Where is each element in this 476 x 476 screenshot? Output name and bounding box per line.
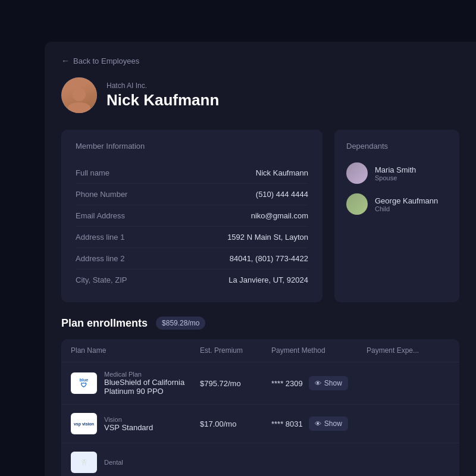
blueshield-plan-type: Medical Plan bbox=[104, 371, 200, 378]
value-fullname: Nick Kaufmann bbox=[256, 168, 308, 177]
table-header: Plan Name Est. Premium Payment Method Pa… bbox=[61, 339, 459, 362]
info-row-email: Email Address niko@gmail.com bbox=[76, 205, 308, 227]
employee-info: Hatch AI Inc. Nick Kaufmann bbox=[107, 82, 219, 109]
plan-enrollments-header: Plan enrollments $859.28/mo bbox=[61, 317, 459, 330]
value-address1: 1592 N Main St, Layton bbox=[227, 233, 308, 242]
label-city: City, State, ZIP bbox=[76, 275, 127, 284]
th-plan-name: Plan Name bbox=[71, 346, 200, 355]
blueshield-show-label: Show bbox=[324, 379, 342, 387]
blueshield-payment: **** 2309 👁 Show bbox=[271, 376, 367, 390]
main-panel: ← Back to Employees Hatch AI Inc. Nick K… bbox=[45, 42, 476, 476]
value-phone: (510) 444 4444 bbox=[256, 190, 308, 199]
plan-table: Plan Name Est. Premium Payment Method Pa… bbox=[61, 339, 459, 476]
dependant-maria: Maria Smith Spouse bbox=[346, 162, 447, 184]
plan-enrollments-title: Plan enrollments bbox=[61, 317, 148, 330]
vsp-premium: $17.00/mo bbox=[200, 419, 271, 428]
dependants-title: Dependants bbox=[346, 142, 447, 151]
value-email: niko@gmail.com bbox=[251, 211, 308, 220]
label-fullname: Full name bbox=[76, 168, 109, 177]
dental-plan-type: Dental bbox=[104, 459, 123, 466]
dep-name-maria: Maria Smith bbox=[375, 165, 416, 174]
app-container: ← Back to Employees Hatch AI Inc. Nick K… bbox=[0, 0, 476, 476]
vsp-payment: **** 8031 👁 Show bbox=[271, 416, 367, 431]
vsp-card-number: **** 8031 bbox=[271, 419, 303, 428]
plan-name-cell-dental: 🦷 Dental bbox=[71, 452, 200, 473]
employee-header: Hatch AI Inc. Nick Kaufmann bbox=[61, 77, 459, 113]
bs-logo-text: blue bbox=[80, 378, 88, 382]
eye-icon: 👁 bbox=[315, 380, 321, 387]
table-row-vsp: vsp vision Vision VSP Standard $17.00/mo… bbox=[61, 405, 459, 443]
dep-info-george: George Kaufmann Child bbox=[375, 196, 438, 212]
member-info-title: Member Information bbox=[76, 142, 308, 151]
bs-shield-icon: 🛡 bbox=[81, 382, 87, 389]
back-label: Back to Employees bbox=[73, 57, 139, 65]
dental-logo-text: 🦷 bbox=[80, 459, 87, 466]
back-arrow-icon: ← bbox=[61, 56, 70, 65]
vsp-plan-name: VSP Standard bbox=[104, 423, 153, 432]
plan-name-cell-blueshield: blue 🛡 Medical Plan BlueShield of Califo… bbox=[71, 371, 200, 396]
vsp-logo-text: vsp vision bbox=[74, 422, 94, 426]
blueshield-premium: $795.72/mo bbox=[200, 379, 271, 388]
info-row-phone: Phone Number (510) 444 4444 bbox=[76, 184, 308, 205]
vsp-show-button[interactable]: 👁 Show bbox=[309, 416, 348, 431]
info-row-address1: Address line 1 1592 N Main St, Layton bbox=[76, 227, 308, 248]
label-address1: Address line 1 bbox=[76, 233, 124, 242]
employee-avatar bbox=[61, 77, 97, 113]
plan-monthly-total: $859.28/mo bbox=[156, 317, 205, 330]
th-payment-method: Payment Method bbox=[271, 346, 367, 355]
info-row-address2: Address line 2 84041, (801) 773-4422 bbox=[76, 248, 308, 270]
dep-relation-george: Child bbox=[375, 205, 438, 212]
member-info-card: Member Information Full name Nick Kaufma… bbox=[61, 130, 322, 302]
info-row-fullname: Full name Nick Kaufmann bbox=[76, 162, 308, 184]
blueshield-logo: blue 🛡 bbox=[71, 372, 97, 394]
company-name: Hatch AI Inc. bbox=[107, 82, 219, 90]
dep-avatar-maria bbox=[346, 162, 368, 184]
vsp-show-label: Show bbox=[324, 419, 342, 428]
plan-enrollments-section: Plan enrollments $859.28/mo Plan Name Es… bbox=[61, 317, 459, 476]
dependant-george: George Kaufmann Child bbox=[346, 193, 447, 215]
th-premium: Est. Premium bbox=[200, 346, 271, 355]
dental-plan-info: Dental bbox=[104, 459, 123, 466]
employee-name: Nick Kaufmann bbox=[107, 91, 219, 109]
dental-logo: 🦷 bbox=[71, 452, 97, 473]
table-row-dental: 🦷 Dental bbox=[61, 443, 459, 476]
content-row: Member Information Full name Nick Kaufma… bbox=[61, 130, 459, 302]
dep-relation-maria: Spouse bbox=[375, 174, 416, 181]
vsp-plan-type: Vision bbox=[104, 416, 153, 423]
label-email: Email Address bbox=[76, 211, 125, 220]
vsp-logo: vsp vision bbox=[71, 413, 97, 434]
vsp-plan-info: Vision VSP Standard bbox=[104, 416, 153, 432]
dep-info-maria: Maria Smith Spouse bbox=[375, 165, 416, 181]
value-city: La Janviere, UT, 92024 bbox=[228, 275, 308, 284]
blueshield-plan-info: Medical Plan BlueShield of California Pl… bbox=[104, 371, 200, 396]
back-to-employees-link[interactable]: ← Back to Employees bbox=[61, 56, 459, 65]
th-payment-exp: Payment Expe... bbox=[367, 346, 450, 355]
plan-name-cell-vsp: vsp vision Vision VSP Standard bbox=[71, 413, 200, 434]
label-address2: Address line 2 bbox=[76, 254, 124, 263]
dep-avatar-george bbox=[346, 193, 368, 215]
blueshield-card-number: **** 2309 bbox=[271, 379, 303, 388]
label-phone: Phone Number bbox=[76, 190, 127, 199]
dependants-card: Dependants Maria Smith Spouse George Kau… bbox=[334, 130, 459, 302]
dep-name-george: George Kaufmann bbox=[375, 196, 438, 205]
vsp-eye-icon: 👁 bbox=[315, 420, 321, 427]
blueshield-plan-name: BlueShield of California Platinum 90 PPO bbox=[104, 378, 200, 396]
value-address2: 84041, (801) 773-4422 bbox=[230, 254, 308, 263]
blueshield-show-button[interactable]: 👁 Show bbox=[309, 376, 348, 390]
table-row-blueshield: blue 🛡 Medical Plan BlueShield of Califo… bbox=[61, 362, 459, 405]
info-row-city: City, State, ZIP La Janviere, UT, 92024 bbox=[76, 270, 308, 290]
